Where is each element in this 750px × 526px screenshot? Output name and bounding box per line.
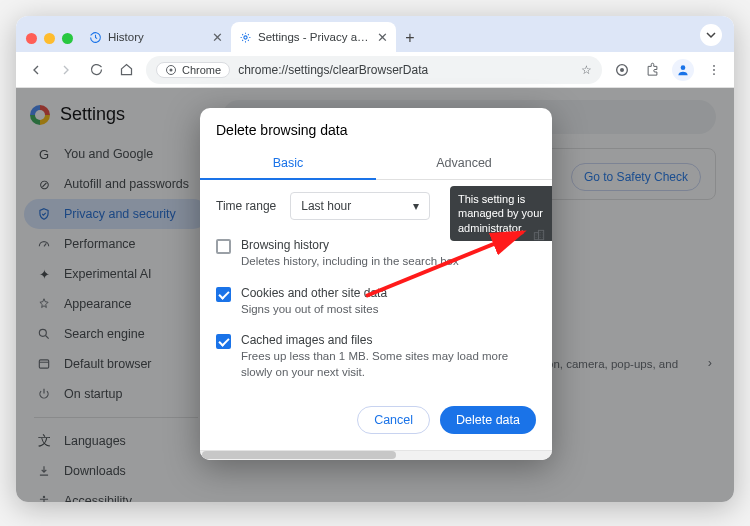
nav-default-browser[interactable]: Default browser (24, 349, 208, 379)
reload-button[interactable] (86, 60, 106, 80)
chevron-down-icon: ▾ (413, 199, 419, 213)
close-tab-icon[interactable]: ✕ (377, 31, 388, 44)
chevron-right-icon: › (708, 356, 712, 370)
accessibility-icon (36, 494, 52, 502)
nav-accessibility[interactable]: Accessibility (24, 486, 208, 502)
google-g-icon: G (36, 147, 52, 162)
profile-avatar[interactable] (672, 59, 694, 81)
gauge-icon (36, 237, 52, 251)
power-icon (36, 387, 52, 401)
checkbox-checked[interactable] (216, 287, 231, 302)
svg-point-7 (713, 69, 715, 71)
close-window-button[interactable] (26, 33, 37, 44)
checkbox-checked[interactable] (216, 334, 231, 349)
svg-point-0 (244, 35, 247, 38)
download-icon (36, 464, 52, 478)
nav-on-startup[interactable]: On startup (24, 379, 208, 409)
bookmark-icon[interactable]: ☆ (581, 63, 592, 77)
time-range-value: Last hour (301, 199, 351, 213)
option-title: Cached images and files (241, 333, 536, 347)
svg-point-11 (43, 496, 45, 498)
search-icon (36, 327, 52, 341)
site-chip[interactable]: Chrome (156, 62, 230, 78)
dialog-title: Delete browsing data (200, 108, 552, 148)
nav-you-and-google[interactable]: GYou and Google (24, 139, 208, 169)
extensions-icon[interactable] (642, 60, 662, 80)
nav-appearance[interactable]: Appearance (24, 289, 208, 319)
chevron-down-icon (706, 30, 716, 40)
page-title: Settings (60, 104, 125, 125)
gear-icon (239, 31, 252, 44)
time-range-label: Time range (216, 199, 276, 213)
tab-settings[interactable]: Settings - Privacy and securi ✕ (231, 22, 396, 52)
home-button[interactable] (116, 60, 136, 80)
maximize-window-button[interactable] (62, 33, 73, 44)
nav-search-engine[interactable]: Search engine (24, 319, 208, 349)
svg-point-6 (713, 64, 715, 66)
svg-point-9 (39, 329, 46, 336)
nav-autofill[interactable]: ⊘Autofill and passwords (24, 169, 208, 199)
tab-history[interactable]: History ✕ (81, 22, 231, 52)
svg-point-8 (713, 73, 715, 75)
tab-advanced[interactable]: Advanced (376, 148, 552, 180)
sparkle-icon: ✦ (36, 267, 52, 282)
minimize-window-button[interactable] (44, 33, 55, 44)
enterprise-icon (532, 228, 546, 242)
window-controls (22, 33, 81, 52)
new-tab-button[interactable]: + (396, 24, 424, 52)
nav-downloads[interactable]: Downloads (24, 456, 208, 486)
window-icon (36, 357, 52, 371)
svg-point-5 (681, 65, 686, 70)
svg-rect-17 (534, 233, 538, 240)
tab-strip: History ✕ Settings - Privacy and securi … (16, 16, 734, 52)
option-desc: Frees up less than 1 MB. Some sites may … (241, 349, 536, 380)
svg-rect-10 (39, 360, 48, 368)
kebab-menu-icon[interactable] (704, 60, 724, 80)
settings-sidebar: Settings GYou and Google ⊘Autofill and p… (16, 88, 216, 502)
nav-performance[interactable]: Performance (24, 229, 208, 259)
option-desc: Signs you out of most sites (241, 302, 387, 318)
tab-title: History (108, 31, 206, 43)
tab-title: Settings - Privacy and securi (258, 31, 371, 43)
shield-icon (36, 207, 52, 221)
safety-check-button[interactable]: Go to Safety Check (571, 163, 701, 191)
history-icon (89, 31, 102, 44)
delete-browsing-data-dialog: Delete browsing data Basic Advanced Time… (200, 108, 552, 460)
dialog-actions: Cancel Delete data (200, 392, 552, 450)
svg-point-2 (170, 68, 173, 71)
option-cookies[interactable]: Cookies and other site data Signs you ou… (216, 278, 536, 326)
svg-point-4 (620, 68, 624, 72)
key-icon: ⊘ (36, 177, 52, 192)
time-range-select[interactable]: Last hour ▾ (290, 192, 430, 220)
close-tab-icon[interactable]: ✕ (212, 31, 223, 44)
brand-row: Settings (24, 102, 208, 139)
nav-languages[interactable]: 文Languages (24, 426, 208, 456)
option-desc: Deletes history, including in the search… (241, 254, 459, 270)
chrome-logo-icon (30, 105, 50, 125)
back-button[interactable] (26, 60, 46, 80)
dialog-h-scrollbar[interactable] (200, 450, 552, 460)
language-icon: 文 (36, 432, 52, 450)
lens-icon[interactable] (612, 60, 632, 80)
dialog-body: Time range Last hour ▾ Browsing history … (200, 180, 552, 392)
option-cached[interactable]: Cached images and files Frees up less th… (216, 325, 536, 388)
tab-dropdown-button[interactable] (700, 24, 722, 46)
toolbar: Chrome chrome://settings/clearBrowserDat… (16, 52, 734, 88)
forward-button[interactable] (56, 60, 76, 80)
site-chip-label: Chrome (182, 64, 221, 76)
tab-basic[interactable]: Basic (200, 148, 376, 180)
palette-icon (36, 297, 52, 311)
omnibox[interactable]: Chrome chrome://settings/clearBrowserDat… (146, 56, 602, 84)
nav-separator (34, 417, 198, 418)
url-text: chrome://settings/clearBrowserData (238, 63, 428, 77)
dialog-tabs: Basic Advanced (200, 148, 552, 180)
delete-data-button[interactable]: Delete data (440, 406, 536, 434)
nav-privacy-security[interactable]: Privacy and security (24, 199, 208, 229)
nav-experimental-ai[interactable]: ✦Experimental AI (24, 259, 208, 289)
option-title: Browsing history (241, 238, 459, 252)
checkbox-unchecked[interactable] (216, 239, 231, 254)
option-title: Cookies and other site data (241, 286, 387, 300)
chrome-icon (165, 64, 177, 76)
svg-rect-18 (538, 230, 543, 239)
cancel-button[interactable]: Cancel (357, 406, 430, 434)
